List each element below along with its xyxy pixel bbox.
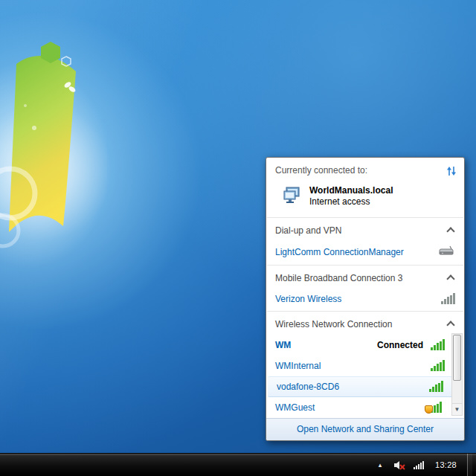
network-item-lightcomm[interactable]: LightComm ConnectionManager xyxy=(266,241,464,263)
section-mobile-broadband[interactable]: Mobile Broadband Connection 3 xyxy=(266,267,464,289)
windows-logo xyxy=(0,39,107,277)
open-network-sharing-center-link[interactable]: Open Network and Sharing Center xyxy=(297,424,434,434)
flyout-footer: Open Network and Sharing Center xyxy=(266,418,464,440)
security-warning-shield-icon xyxy=(425,405,433,414)
signal-bars-icon xyxy=(441,293,455,304)
current-connection[interactable]: WorldManuals.local Internet access xyxy=(275,178,457,213)
network-flyout: Currently connected to: xyxy=(266,157,465,441)
chevron-up-icon xyxy=(446,228,454,236)
chevron-up-icon xyxy=(446,275,454,283)
network-signal-icon[interactable] xyxy=(413,458,425,472)
wifi-signal-icon xyxy=(431,339,445,350)
volume-muted-icon[interactable] xyxy=(393,458,405,472)
show-hidden-icons-button[interactable]: ▴ xyxy=(374,458,386,472)
wifi-name: vodafone-8CD6 xyxy=(277,382,339,392)
wifi-signal-icon xyxy=(431,360,445,371)
connection-access: Internet access xyxy=(309,196,393,208)
chevron-up-icon xyxy=(446,321,454,329)
divider xyxy=(267,217,463,218)
wifi-item-wminternal[interactable]: WMInternal xyxy=(266,356,464,376)
flyout-header: Currently connected to: xyxy=(266,158,464,216)
wifi-item-vodafone[interactable]: vodafone-8CD6 xyxy=(268,376,463,397)
wifi-item-wm[interactable]: WM Connected xyxy=(266,335,464,356)
network-item-label: LightComm ConnectionManager xyxy=(275,247,404,257)
taskbar[interactable]: ▴ 13:28 xyxy=(0,453,476,476)
currently-connected-label: Currently connected to: xyxy=(275,165,367,176)
show-desktop-button[interactable] xyxy=(467,454,472,476)
desktop-wallpaper: Currently connected to: xyxy=(0,0,476,476)
wifi-item-wmguest[interactable]: WMGuest xyxy=(266,397,464,418)
section-dialup-label: Dial-up and VPN xyxy=(275,225,341,236)
system-tray: ▴ 13:28 xyxy=(374,454,476,476)
divider xyxy=(267,311,463,312)
wifi-status: Connected xyxy=(377,340,423,350)
refresh-icon[interactable] xyxy=(446,166,457,178)
wifi-name: WMInternal xyxy=(275,361,321,371)
modem-icon xyxy=(437,245,455,259)
wifi-name: WM xyxy=(275,340,291,350)
divider xyxy=(267,265,463,266)
section-mobile-label: Mobile Broadband Connection 3 xyxy=(275,273,402,283)
scroll-down-button[interactable]: ▼ xyxy=(452,403,462,415)
wifi-signal-icon xyxy=(431,402,445,413)
taskbar-clock[interactable]: 13:28 xyxy=(432,460,460,469)
network-computer-icon xyxy=(283,187,302,207)
scrollbar-thumb[interactable] xyxy=(453,335,461,381)
chevron-up-icon: ▴ xyxy=(379,462,382,469)
scrollbar[interactable]: ▼ xyxy=(451,333,463,416)
wifi-name: WMGuest xyxy=(275,402,315,413)
section-wireless[interactable]: Wireless Network Connection xyxy=(266,313,464,335)
connection-name: WorldManuals.local xyxy=(309,185,393,196)
connection-info: WorldManuals.local Internet access xyxy=(309,185,393,208)
network-item-label: Verizon Wireless xyxy=(275,294,341,304)
section-wireless-label: Wireless Network Connection xyxy=(275,319,392,329)
wifi-signal-icon xyxy=(429,381,443,392)
section-dialup-vpn[interactable]: Dial-up and VPN xyxy=(266,219,464,241)
network-item-verizon[interactable]: Verizon Wireless xyxy=(266,289,464,309)
